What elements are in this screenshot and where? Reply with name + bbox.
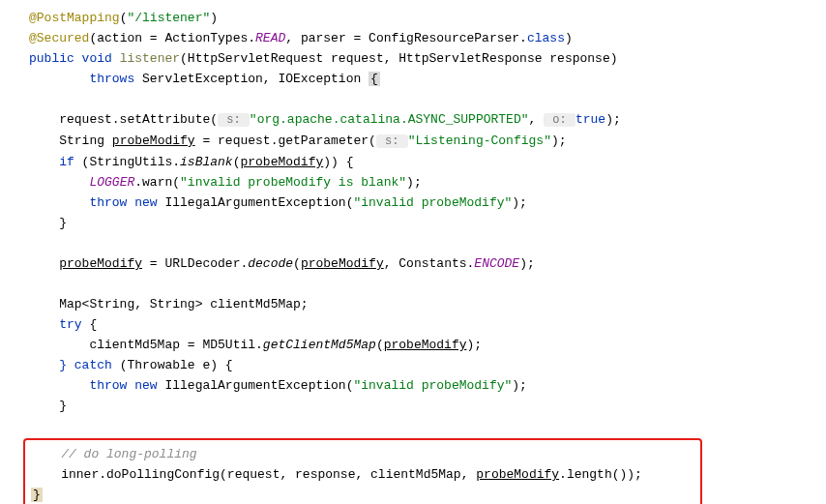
code-line-8: if (StringUtils.isBlank(probeModify)) { (29, 152, 818, 172)
code-line-6: request.setAttribute( s: "org.apache.cat… (29, 109, 818, 131)
code-line-22: // do long-polling (29, 444, 696, 464)
code-line-1: @PostMapping("/listener") (29, 8, 818, 28)
code-line-20: } (29, 396, 818, 416)
code-line-18: } catch (Throwable e) { (29, 355, 818, 375)
code-line-23: inner.doPollingConfig(request, response,… (29, 464, 696, 485)
code-line-16: try { (29, 314, 818, 335)
code-line-15: Map<String, String> clientMd5Map; (29, 294, 818, 314)
param-hint-o: o: (544, 113, 575, 127)
param-hint-s: s: (218, 113, 250, 127)
code-editor[interactable]: @PostMapping("/listener") @Secured(actio… (29, 8, 818, 504)
param-hint-s2: s: (376, 134, 408, 148)
code-line-2: @Secured(action = ActionTypes.READ, pars… (29, 28, 818, 48)
code-line-10: throw new IllegalArgumentException("inva… (29, 193, 818, 213)
highlight-region: // do long-polling inner.doPollingConfig… (23, 438, 702, 504)
code-line-17: clientMd5Map = MD5Util.getClientMd5Map(p… (29, 335, 818, 355)
brace-end-highlight-icon: } (31, 488, 43, 502)
code-line-blank-2 (29, 233, 818, 253)
code-line-blank-1 (29, 89, 818, 109)
code-line-3: public void listener(HttpServletRequest … (29, 48, 818, 69)
code-line-blank-3 (29, 274, 818, 294)
code-line-9: LOGGER.warn("invalid probeModify is blan… (29, 172, 818, 193)
code-line-4: throws ServletException, IOException { (29, 69, 818, 89)
code-line-7: String probeModify = request.getParamete… (29, 131, 818, 152)
code-line-13: probeModify = URLDecoder.decode(probeMod… (29, 253, 818, 274)
brace-highlight-icon: { (369, 72, 380, 86)
code-line-19: throw new IllegalArgumentException("inva… (29, 375, 818, 396)
code-line-24: } (29, 485, 696, 504)
code-line-blank-4 (29, 416, 818, 436)
code-line-11: } (29, 213, 818, 233)
